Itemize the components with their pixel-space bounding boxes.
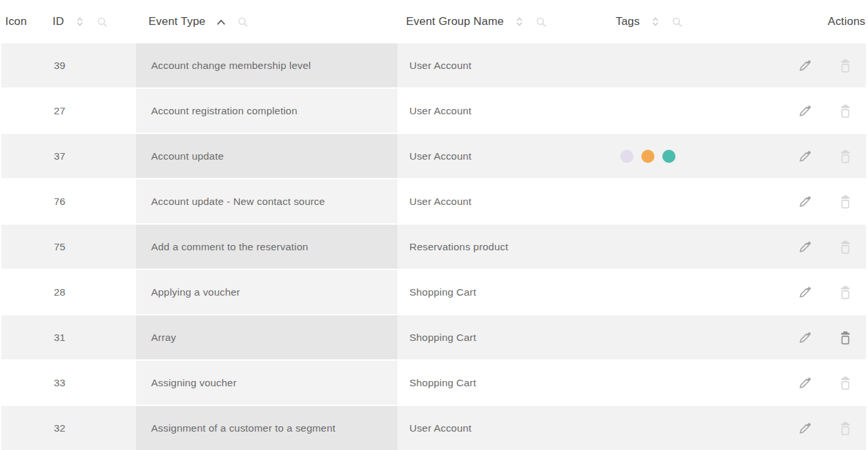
event-group-name: Shopping Cart xyxy=(409,286,476,298)
event-type: Add a comment to the reservation xyxy=(151,241,308,253)
edit-button[interactable] xyxy=(798,194,813,209)
search-icon[interactable] xyxy=(535,16,547,28)
delete-button[interactable] xyxy=(838,194,852,210)
tag-dot xyxy=(662,150,675,163)
event-type-cell: Account registration completion xyxy=(136,89,398,133)
actions-cell xyxy=(724,89,866,133)
delete-button[interactable] xyxy=(838,58,852,74)
event-type: Account update - New contact source xyxy=(151,196,325,208)
actions-cell xyxy=(724,179,866,223)
column-label-icon: Icon xyxy=(5,15,27,28)
event-group-name: Shopping Cart xyxy=(409,377,476,389)
sort-toggle-icon[interactable] xyxy=(514,16,524,28)
id-cell: 28 xyxy=(41,270,136,314)
search-icon[interactable] xyxy=(96,16,108,28)
table-row: 27 Account registration completion User … xyxy=(1,89,866,134)
search-icon[interactable] xyxy=(671,16,683,28)
event-type: Assigning voucher xyxy=(151,377,237,389)
table-body: 39 Account change membership level User … xyxy=(0,43,868,450)
table-row: 76 Account update - New contact source U… xyxy=(1,179,866,225)
edit-button[interactable] xyxy=(798,103,813,118)
actions-cell xyxy=(724,270,866,314)
icon-cell xyxy=(1,270,41,314)
delete-button[interactable] xyxy=(838,420,852,436)
event-group-name: User Account xyxy=(409,60,472,72)
event-id: 28 xyxy=(54,286,66,298)
event-type-cell: Assignment of a customer to a segment xyxy=(136,406,398,450)
column-header-tags: Tags xyxy=(605,0,723,43)
event-group-cell: User Account xyxy=(398,179,606,223)
event-id: 27 xyxy=(54,105,66,117)
event-type: Applying a voucher xyxy=(151,286,240,298)
id-cell: 75 xyxy=(41,225,136,269)
event-type: Assignment of a customer to a segment xyxy=(151,422,336,434)
edit-button[interactable] xyxy=(798,420,813,436)
event-group-cell: Reservations product xyxy=(398,225,606,269)
event-group-name: Reservations product xyxy=(409,241,508,253)
table-row: 32 Assignment of a customer to a segment… xyxy=(1,406,866,450)
edit-button[interactable] xyxy=(798,148,813,164)
search-icon[interactable] xyxy=(237,16,249,28)
delete-button[interactable] xyxy=(838,330,852,346)
column-label-event-type: Event Type xyxy=(148,15,206,28)
edit-button[interactable] xyxy=(798,239,813,254)
column-label-id: ID xyxy=(53,15,64,28)
id-cell: 33 xyxy=(41,361,136,405)
delete-button[interactable] xyxy=(838,284,852,300)
event-id: 76 xyxy=(54,196,66,208)
column-header-event-type: Event Type xyxy=(135,0,396,43)
event-type-cell: Account update - New contact source xyxy=(136,179,398,223)
column-label-event-group-name: Event Group Name xyxy=(406,15,504,28)
delete-button[interactable] xyxy=(838,239,852,255)
sort-ascending-icon[interactable] xyxy=(216,18,226,26)
actions-cell xyxy=(724,406,866,450)
edit-button[interactable] xyxy=(798,284,813,300)
event-group-name: User Account xyxy=(409,422,472,434)
table-row: 31 Array Shopping Cart xyxy=(1,315,866,361)
column-header-icon: Icon xyxy=(0,0,39,43)
event-group-cell: Shopping Cart xyxy=(398,361,606,405)
column-header-actions: Actions xyxy=(723,0,868,43)
tag-dots xyxy=(620,150,675,163)
column-header-event-group-name: Event Group Name xyxy=(396,0,605,43)
id-cell: 32 xyxy=(41,406,136,450)
event-group-name: User Account xyxy=(409,105,472,117)
event-type-cell: Array xyxy=(136,315,398,359)
event-id: 37 xyxy=(54,150,66,162)
icon-cell xyxy=(1,179,41,223)
event-group-name: User Account xyxy=(409,150,472,162)
icon-cell xyxy=(1,134,41,178)
edit-button[interactable] xyxy=(798,375,813,390)
event-group-name: User Account xyxy=(409,196,472,208)
tags-cell xyxy=(606,43,724,87)
event-type: Account update xyxy=(151,150,224,162)
edit-button[interactable] xyxy=(798,58,813,73)
event-group-cell: User Account xyxy=(398,134,606,178)
tags-cell xyxy=(606,134,724,178)
event-type: Array xyxy=(151,332,176,344)
table-row: 37 Account update User Account xyxy=(1,134,866,179)
column-header-id: ID xyxy=(39,0,135,43)
delete-button[interactable] xyxy=(838,103,852,119)
event-type-cell: Account change membership level xyxy=(136,43,398,87)
sort-toggle-icon[interactable] xyxy=(75,16,85,28)
tags-cell xyxy=(606,361,724,405)
delete-button[interactable] xyxy=(838,148,852,164)
event-group-cell: User Account xyxy=(398,43,606,87)
event-type-cell: Assigning voucher xyxy=(136,361,398,405)
id-cell: 31 xyxy=(41,315,136,359)
events-table: Icon ID Event Type Event Group Name xyxy=(0,0,868,450)
tags-cell xyxy=(606,179,724,223)
actions-cell xyxy=(724,43,866,87)
id-cell: 39 xyxy=(41,43,136,87)
column-label-tags: Tags xyxy=(616,15,640,28)
event-id: 32 xyxy=(54,422,66,434)
icon-cell xyxy=(1,225,41,269)
table-row: 33 Assigning voucher Shopping Cart xyxy=(1,361,866,406)
id-cell: 76 xyxy=(41,179,136,223)
edit-button[interactable] xyxy=(798,330,813,345)
table-row: 39 Account change membership level User … xyxy=(1,43,866,89)
delete-button[interactable] xyxy=(838,375,852,391)
actions-cell xyxy=(724,225,866,269)
sort-toggle-icon[interactable] xyxy=(651,16,660,28)
